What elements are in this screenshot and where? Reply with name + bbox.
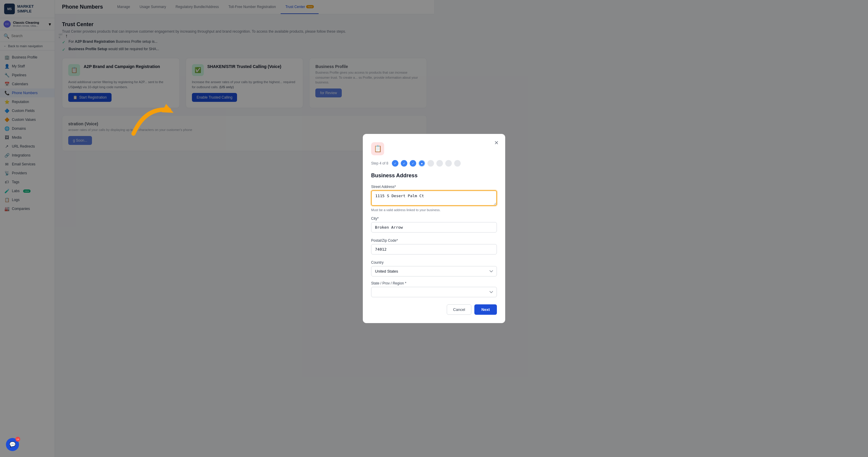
street-address-label: Street Address* [371, 185, 434, 189]
step-label: Step 4 of 8 [371, 161, 388, 165]
svg-marker-0 [162, 104, 174, 113]
city-label: City* [371, 217, 434, 221]
modal-icon: 📋 [371, 142, 384, 155]
city-input[interactable]: Broken Arrow [371, 222, 434, 229]
step-dot-5 [428, 160, 434, 167]
street-address-group: Street Address* 1115 S Desert Palm Ct Mu… [371, 185, 434, 212]
street-address-hint: Must be a valid address linked to your b… [371, 208, 434, 212]
step-dot-4: ● [418, 160, 425, 167]
modal: ✕ 📋 Step 4 of 8 ✓ ✓ ✓ ● Business Address… [363, 134, 434, 229]
step-dot-1: ✓ [392, 160, 398, 167]
city-group: City* Broken Arrow [371, 217, 434, 229]
arrow-graphic [128, 95, 181, 137]
step-dot-2: ✓ [401, 160, 407, 167]
step-indicator: Step 4 of 8 ✓ ✓ ✓ ● [371, 160, 434, 167]
modal-overlay[interactable]: ✕ 📋 Step 4 of 8 ✓ ✓ ✓ ● Business Address… [0, 0, 434, 229]
modal-title: Business Address [371, 173, 434, 179]
street-address-input[interactable]: 1115 S Desert Palm Ct [371, 190, 434, 206]
step-dot-3: ✓ [410, 160, 416, 167]
